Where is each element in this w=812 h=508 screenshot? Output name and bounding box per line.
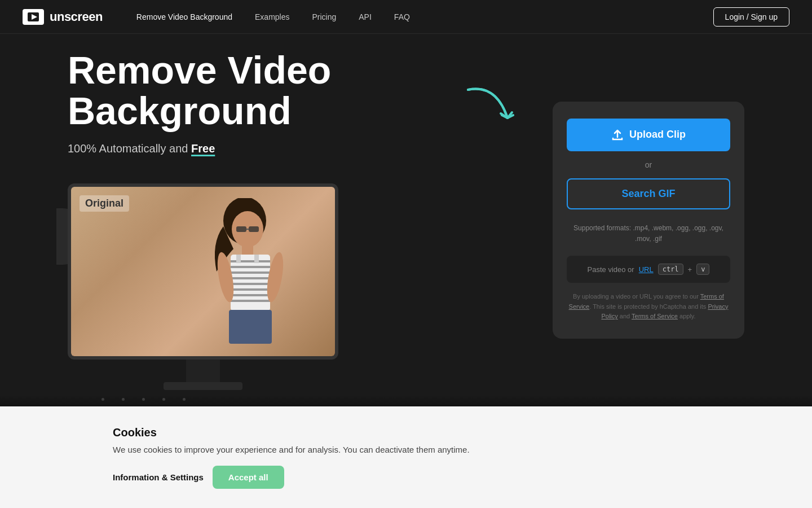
paste-prefix: Paste video or xyxy=(588,265,634,274)
svg-rect-13 xyxy=(231,283,270,285)
subtitle: 100% Automatically and Free xyxy=(68,142,519,155)
cookie-title: Cookies xyxy=(113,426,699,439)
svg-rect-10 xyxy=(231,266,270,268)
monitor-display: Original xyxy=(68,183,338,390)
tos2-link[interactable]: Terms of Service xyxy=(632,313,678,319)
svg-rect-17 xyxy=(236,255,241,263)
paste-area: Paste video or URL ctrl + v xyxy=(567,256,730,283)
main-content: Remove Video Background 100% Automatical… xyxy=(0,34,812,406)
dark-overlay xyxy=(0,395,812,406)
free-label: Free xyxy=(191,142,215,155)
svg-rect-5 xyxy=(249,226,259,232)
plus-sign: + xyxy=(688,265,692,274)
monitor-screen: Original xyxy=(71,187,335,356)
svg-rect-15 xyxy=(231,294,270,296)
nav-api[interactable]: API xyxy=(359,12,372,21)
upload-clip-button[interactable]: Upload Clip xyxy=(567,119,730,151)
svg-rect-4 xyxy=(236,226,246,232)
svg-rect-12 xyxy=(231,277,270,279)
nav-examples[interactable]: Examples xyxy=(255,12,289,21)
nav-remove-bg[interactable]: Remove Video Background xyxy=(136,12,232,21)
monitor-frame: Original xyxy=(68,183,338,360)
cookie-banner: Cookies We use cookies to improve your e… xyxy=(0,406,812,508)
cookie-text: We use cookies to improve your experienc… xyxy=(113,445,699,454)
left-section: Remove Video Background 100% Automatical… xyxy=(68,50,519,390)
hero-title-line2: Background xyxy=(68,89,292,132)
upload-card: Upload Clip or Search GIF Supported form… xyxy=(553,102,744,339)
logo[interactable]: unscreen xyxy=(23,9,103,25)
url-link[interactable]: URL xyxy=(639,265,654,274)
hero-title: Remove Video Background xyxy=(68,50,519,131)
person-silhouette xyxy=(200,198,290,356)
or-separator: or xyxy=(567,160,730,169)
hero-title-line1: Remove Video xyxy=(68,49,331,91)
login-button[interactable]: Login / Sign up xyxy=(713,7,789,27)
info-settings-button[interactable]: Information & Settings xyxy=(113,467,204,488)
nav-links: Remove Video Background Examples Pricing… xyxy=(136,12,713,21)
accept-all-button[interactable]: Accept all xyxy=(213,466,284,489)
nav-faq[interactable]: FAQ xyxy=(394,12,410,21)
supported-formats-text: Supported formats: .mp4, .webm, .ogg, .o… xyxy=(567,223,730,244)
svg-rect-19 xyxy=(229,310,272,344)
monitor-base xyxy=(164,382,242,390)
navbar: unscreen Remove Video Background Example… xyxy=(0,0,812,34)
svg-rect-18 xyxy=(254,255,259,263)
nav-pricing[interactable]: Pricing xyxy=(312,12,336,21)
cookie-buttons: Information & Settings Accept all xyxy=(113,466,699,489)
legal-text: By uploading a video or URL you agree to… xyxy=(567,292,730,322)
svg-rect-11 xyxy=(231,271,270,274)
monitor-stand xyxy=(186,360,220,382)
upload-icon xyxy=(611,129,624,141)
kbd-v: v xyxy=(696,264,709,275)
search-gif-button[interactable]: Search GIF xyxy=(567,178,730,209)
original-label: Original xyxy=(80,195,129,212)
svg-rect-16 xyxy=(231,300,270,302)
arrow-decoration xyxy=(462,84,536,147)
svg-rect-14 xyxy=(231,288,270,291)
logo-icon xyxy=(23,9,44,25)
logo-text: unscreen xyxy=(50,10,103,24)
kbd-ctrl: ctrl xyxy=(658,264,683,275)
